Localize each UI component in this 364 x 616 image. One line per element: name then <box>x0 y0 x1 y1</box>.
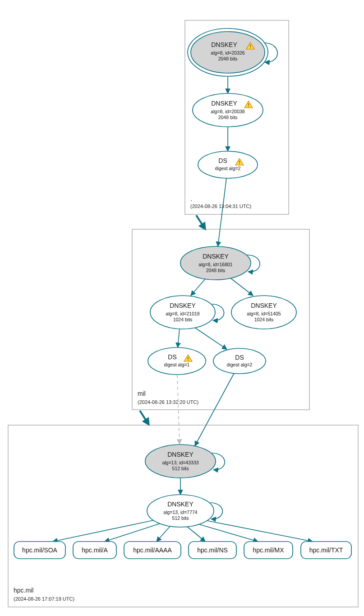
svg-text:1024 bits: 1024 bits <box>254 317 274 322</box>
svg-text:DS: DS <box>218 157 227 164</box>
zone-mil: mil (2024-08-26 13:32:20 UTC) DNSKEY alg… <box>132 229 309 410</box>
svg-text:hpc.mil/NS: hpc.mil/NS <box>197 547 228 554</box>
zone-hpc-label: hpc.mil <box>14 587 33 594</box>
zone-root-sublabel: (2024-08-26 13:04:31 UTC) <box>190 204 251 209</box>
svg-text:512 bits: 512 bits <box>172 515 189 521</box>
svg-text:!: ! <box>248 102 249 108</box>
svg-text:hpc.mil/AAAA: hpc.mil/AAAA <box>133 547 172 554</box>
node-root-zsk: DNSKEY ! alg=8, id=20038 2048 bits <box>193 93 263 127</box>
svg-text:!: ! <box>249 44 251 49</box>
svg-text:alg=13, id=43333: alg=13, id=43333 <box>162 460 198 465</box>
zone-root: . (2024-08-26 13:04:31 UTC) DNSKEY ! alg… <box>185 20 289 214</box>
svg-text:hpc.mil/MX: hpc.mil/MX <box>253 547 284 554</box>
node-mil-zsk2: DNSKEY alg=8, id=51405 1024 bits <box>231 296 296 329</box>
svg-text:!: ! <box>239 160 240 165</box>
svg-text:hpc.mil/SOA: hpc.mil/SOA <box>22 547 57 554</box>
rrset-a: hpc.mil/A <box>73 542 116 559</box>
svg-text:alg=8, id=16801: alg=8, id=16801 <box>198 262 232 267</box>
svg-text:1024 bits: 1024 bits <box>173 317 193 322</box>
node-mil-ksk: DNSKEY alg=8, id=16801 2048 bits <box>180 246 260 280</box>
edge-rootds-milksk <box>218 178 226 246</box>
svg-text:DNSKEY: DNSKEY <box>251 302 277 309</box>
zone-hpc-sublabel: (2024-08-26 17:07:19 UTC) <box>14 596 74 602</box>
dnssec-diagram: . (2024-08-26 13:04:31 UTC) DNSKEY ! alg… <box>0 0 364 616</box>
node-root-ksk: DNSKEY ! alg=8, id=20326 2048 bits <box>188 28 277 76</box>
svg-text:digest alg=2: digest alg=2 <box>215 166 241 171</box>
svg-text:!: ! <box>187 356 189 361</box>
svg-text:2048 bits: 2048 bits <box>206 268 226 273</box>
svg-point-12 <box>198 151 258 178</box>
svg-text:DS: DS <box>168 353 176 361</box>
svg-text:2048 bits: 2048 bits <box>218 56 238 61</box>
svg-text:alg=13, id=7774: alg=13, id=7774 <box>163 509 197 515</box>
svg-text:hpc.mil/A: hpc.mil/A <box>82 547 108 554</box>
rrset-soa: hpc.mil/SOA <box>14 542 65 559</box>
svg-text:512 bits: 512 bits <box>172 466 189 471</box>
zone-mil-sublabel: (2024-08-26 13:32:20 UTC) <box>138 399 198 405</box>
svg-text:DNSKEY: DNSKEY <box>203 253 229 260</box>
rrset-txt: hpc.mil/TXT <box>301 542 351 559</box>
svg-text:alg=8, id=51405: alg=8, id=51405 <box>247 311 281 316</box>
zone-hpc: hpc.mil (2024-08-26 17:07:19 UTC) DNSKEY… <box>8 425 358 607</box>
node-mil-ds2: DS digest alg=2 <box>213 348 266 374</box>
zone-arrow-root-mil <box>196 215 205 229</box>
rrset-mx: hpc.mil/MX <box>244 542 293 559</box>
svg-text:DS: DS <box>235 354 244 361</box>
svg-text:alg=8, id=21018: alg=8, id=21018 <box>166 311 199 316</box>
svg-text:alg=8, id=20326: alg=8, id=20326 <box>211 50 244 56</box>
node-mil-zsk1: DNSKEY alg=8, id=21018 1024 bits <box>150 296 224 329</box>
svg-text:DNSKEY: DNSKEY <box>167 451 194 458</box>
svg-text:digest alg=2: digest alg=2 <box>227 362 253 367</box>
node-hpc-ksk: DNSKEY alg=13, id=43333 512 bits <box>145 445 225 478</box>
svg-text:DNSKEY: DNSKEY <box>211 41 237 48</box>
svg-text:hpc.mil/TXT: hpc.mil/TXT <box>309 547 343 554</box>
svg-text:DNSKEY: DNSKEY <box>211 100 237 107</box>
zone-root-label: . <box>190 195 192 202</box>
svg-point-29 <box>148 347 206 375</box>
rrset-aaaa: hpc.mil/AAAA <box>124 542 181 559</box>
node-root-ds: DS ! digest alg=2 <box>198 151 258 178</box>
node-hpc-zsk: DNSKEY alg=13, id=7774 512 bits <box>147 495 222 527</box>
svg-text:2048 bits: 2048 bits <box>218 115 238 120</box>
node-mil-ds1: DS ! digest alg=1 <box>148 347 206 375</box>
svg-point-33 <box>213 348 266 374</box>
svg-text:alg=8, id=20038: alg=8, id=20038 <box>211 109 244 114</box>
rrset-ns: hpc.mil/NS <box>189 542 236 559</box>
svg-text:DNSKEY: DNSKEY <box>167 500 194 508</box>
svg-text:digest alg=1: digest alg=1 <box>164 362 190 367</box>
svg-text:DNSKEY: DNSKEY <box>170 302 196 309</box>
zone-mil-label: mil <box>138 390 146 397</box>
zone-arrow-mil-hpc <box>140 411 149 425</box>
